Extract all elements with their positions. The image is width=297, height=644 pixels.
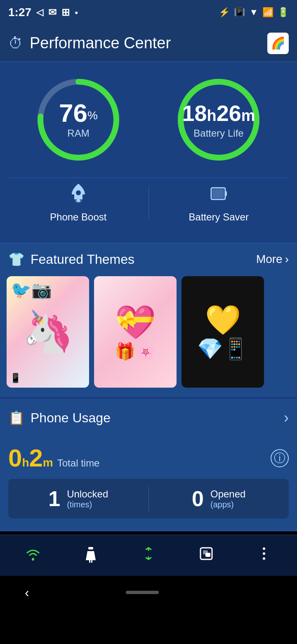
unlocked-label: Unlocked	[67, 488, 108, 500]
theme-pink-emoji: 💝 🎁🌸	[115, 303, 156, 361]
info-icon[interactable]: ⓘ	[271, 449, 289, 467]
theme-unicorn[interactable]: 🦄 🐦📷 📱	[7, 276, 89, 388]
phone-usage-section: 📋 Phone Usage › 0 h 2 m Total time ⓘ 1	[0, 400, 297, 531]
status-right: ⚡ 📳 ▼ 📶 🔋	[219, 7, 289, 18]
unlocked-info: Unlocked (times)	[67, 488, 108, 509]
total-time-label: Total time	[57, 457, 100, 469]
battery-gauge-inner: 18h26m Battery Life	[182, 100, 255, 139]
svg-rect-6	[77, 199, 80, 202]
svg-point-18	[263, 552, 265, 555]
signal-icon: 📶	[262, 7, 273, 18]
battery-saver-label: Battery Saver	[189, 211, 249, 223]
more-link[interactable]: More ›	[256, 253, 289, 266]
boost-nav-icon	[82, 545, 100, 567]
theme-pink[interactable]: 💝 🎁🌸	[94, 276, 177, 388]
svg-point-10	[32, 558, 34, 561]
svg-rect-11	[88, 547, 93, 549]
status-gmail: ✉	[48, 7, 57, 18]
phone-usage-header[interactable]: 📋 Phone Usage ›	[0, 400, 297, 436]
wifi-icon: ▼	[249, 7, 258, 18]
unlocked-count: 1 Unlocked (times)	[8, 486, 148, 511]
svg-point-17	[263, 547, 265, 550]
total-minutes-unit: m	[43, 456, 53, 469]
opened-count: 0 Opened (apps)	[149, 486, 289, 511]
ram-value-display: 76%	[59, 100, 98, 126]
ram-unit: %	[87, 109, 98, 122]
wifi-nav-icon	[24, 545, 42, 567]
phone-boost-icon	[68, 182, 89, 208]
opened-label: Opened	[210, 488, 245, 500]
windows-nav-icon	[197, 545, 215, 567]
android-nav: ‹	[0, 576, 297, 609]
vibrate-icon: 📳	[234, 7, 245, 18]
bottom-nav	[0, 535, 297, 576]
home-indicator[interactable]	[126, 591, 159, 594]
themes-grid: 🦄 🐦📷 📱 💝 🎁🌸 💛 💎📱	[0, 271, 297, 396]
status-dot: ●	[75, 9, 78, 16]
opened-number: 0	[192, 486, 204, 511]
bluetooth-icon: ⚡	[219, 7, 230, 18]
battery-minutes: 26	[217, 101, 241, 125]
usage-title: Phone Usage	[31, 410, 111, 426]
status-time: 1:27	[8, 6, 31, 19]
total-hours-unit: h	[22, 456, 29, 469]
actions-row: Phone Boost Battery Saver	[8, 178, 289, 231]
svg-point-5	[76, 190, 81, 195]
phone-boost-label: Phone Boost	[50, 211, 106, 223]
back-button[interactable]: ‹	[25, 585, 29, 600]
app-header: ⏱ Performance Center 🌈	[0, 25, 297, 62]
svg-rect-12	[89, 560, 90, 563]
battery-minutes-unit: m	[241, 107, 255, 124]
phone-boost-button[interactable]: Phone Boost	[8, 182, 148, 223]
header-theme-icon[interactable]: 🌈	[267, 33, 289, 54]
total-hours: 0	[8, 444, 22, 472]
battery-saver-icon	[208, 182, 229, 208]
themes-icon: 👕	[8, 251, 25, 267]
nav-windows[interactable]	[177, 535, 235, 576]
usage-icon: 📋	[8, 410, 25, 426]
usage-chevron: ›	[284, 409, 289, 426]
gauges-row: 76% RAM 18h26m Battery Life	[8, 74, 289, 165]
theme-gold-emoji: 💛 💎📱	[197, 303, 248, 361]
nav-sync[interactable]	[120, 535, 177, 576]
themes-header: 👕 Featured Themes More ›	[0, 243, 297, 271]
more-chevron: ›	[285, 253, 289, 266]
total-minutes: 2	[29, 444, 42, 472]
usage-counts-row: 1 Unlocked (times) 0 Opened (apps)	[8, 479, 289, 519]
nav-wifi[interactable]	[4, 535, 62, 576]
svg-rect-8	[225, 191, 227, 196]
total-time-row: 0 h 2 m Total time ⓘ	[8, 444, 289, 472]
status-bar: 1:27 ◁ ✉ ⊞ ● ⚡ 📳 ▼ 📶 🔋	[0, 0, 297, 25]
perf-center-icon: ⏱	[8, 35, 23, 52]
ram-gauge: 76% RAM	[33, 74, 124, 165]
nav-more[interactable]	[235, 535, 293, 576]
svg-rect-16	[205, 553, 210, 557]
status-left: 1:27 ◁ ✉ ⊞ ●	[8, 6, 78, 19]
theme-gold[interactable]: 💛 💎📱	[182, 276, 264, 388]
total-time-display: 0 h 2 m Total time	[8, 444, 99, 472]
unlocked-sub: (times)	[67, 500, 108, 509]
svg-rect-9	[212, 189, 224, 198]
more-nav-icon	[255, 545, 273, 567]
svg-point-19	[263, 557, 265, 560]
theme-unicorn-emoji: 🦄 🐦📷 📱	[22, 308, 74, 356]
more-label: More	[256, 253, 283, 266]
app-title: Performance Center	[30, 34, 171, 52]
opened-info: Opened (apps)	[210, 488, 245, 509]
performance-section: 76% RAM 18h26m Battery Life	[0, 62, 297, 239]
app-header-left: ⏱ Performance Center	[8, 34, 171, 52]
battery-time-display: 18h26m	[182, 100, 255, 126]
featured-themes-section: 👕 Featured Themes More › 🦄 🐦📷 📱 💝	[0, 243, 297, 396]
nav-boost[interactable]	[62, 535, 120, 576]
unlocked-number: 1	[48, 486, 60, 511]
themes-title-group: 👕 Featured Themes	[8, 251, 134, 267]
battery-saver-button[interactable]: Battery Saver	[149, 182, 289, 223]
ram-value: 76	[59, 99, 87, 127]
battery-icon: 🔋	[278, 7, 289, 18]
ram-label: RAM	[59, 128, 98, 139]
battery-label: Battery Life	[182, 128, 255, 139]
usage-title-group: 📋 Phone Usage	[8, 410, 111, 426]
main-content: 76% RAM 18h26m Battery Life	[0, 62, 297, 531]
ram-gauge-inner: 76% RAM	[59, 100, 98, 139]
battery-hours-unit: h	[207, 107, 216, 124]
